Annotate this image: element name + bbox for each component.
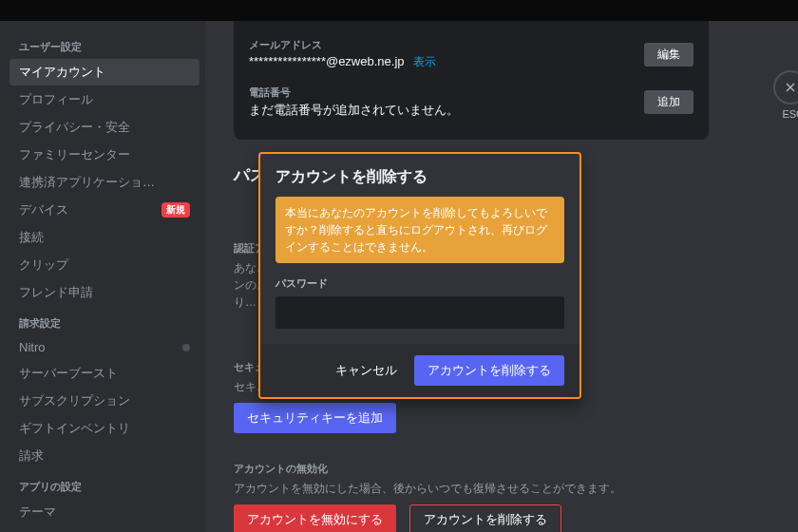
- email-label: メールアドレス: [249, 38, 436, 52]
- sidebar-item-clips[interactable]: クリップ: [10, 252, 200, 278]
- category-user-settings: ユーザー設定: [10, 30, 200, 58]
- account-removal-label: アカウントの無効化: [234, 462, 709, 476]
- sidebar-item-family-center[interactable]: ファミリーセンター: [10, 142, 200, 168]
- sidebar-item-gift-inventory[interactable]: ギフトインベントリ: [10, 415, 200, 442]
- modal-confirm-delete-button[interactable]: アカウントを削除する: [414, 355, 564, 386]
- new-badge: 新規: [162, 202, 190, 218]
- account-info-card: メールアドレス ****************@ezweb.ne.jp 表示 …: [234, 21, 709, 140]
- disable-account-button[interactable]: アカウントを無効にする: [234, 504, 396, 532]
- add-phone-button[interactable]: 追加: [644, 90, 694, 114]
- sidebar-item-authorized-apps[interactable]: 連携済アプリケーショ…: [10, 169, 200, 196]
- phone-label: 電話番号: [249, 86, 459, 100]
- close-settings-button[interactable]: [773, 70, 798, 104]
- sidebar-item-my-account[interactable]: マイアカウント: [10, 59, 200, 86]
- settings-sidebar: ユーザー設定 マイアカウント プロフィール プライバシー・安全 ファミリーセンタ…: [0, 21, 205, 532]
- modal-title: アカウントを削除する: [260, 154, 580, 197]
- window-titlebar: [0, 0, 798, 21]
- esc-label: ESC: [782, 108, 798, 120]
- modal-warning: 本当にあなたのアカウントを削除してもよろしいですか？削除すると直ちにログアウトさ…: [276, 197, 564, 263]
- modal-password-input[interactable]: [276, 296, 564, 329]
- sidebar-item-appearance[interactable]: テーマ: [10, 499, 200, 525]
- sidebar-item-server-boost[interactable]: サーバーブースト: [10, 360, 200, 387]
- sidebar-item-nitro[interactable]: Nitro: [10, 335, 200, 359]
- phone-value: まだ電話番号が追加されていません。: [249, 103, 459, 117]
- reveal-email-button[interactable]: 表示: [413, 55, 436, 68]
- category-app-settings: アプリの設定: [10, 470, 200, 498]
- delete-account-modal: アカウントを削除する 本当にあなたのアカウントを削除してもよろしいですか？削除す…: [258, 152, 581, 399]
- category-billing: 請求設定: [10, 307, 200, 334]
- nitro-indicator-icon: [182, 344, 190, 352]
- account-removal-desc: アカウントを無効にした場合、後からいつでも復帰させることができます。: [234, 480, 709, 497]
- modal-password-label: パスワード: [260, 263, 580, 296]
- close-icon: [783, 80, 798, 95]
- modal-cancel-button[interactable]: キャンセル: [335, 362, 397, 379]
- delete-account-button[interactable]: アカウントを削除する: [409, 504, 561, 532]
- email-value: ****************@ezweb.ne.jp: [249, 54, 405, 68]
- sidebar-item-connections[interactable]: 接続: [10, 224, 200, 251]
- sidebar-item-subscriptions[interactable]: サブスクリプション: [10, 388, 200, 414]
- edit-email-button[interactable]: 編集: [644, 43, 694, 66]
- sidebar-item-privacy[interactable]: プライバシー・安全: [10, 114, 200, 141]
- sidebar-item-accessibility[interactable]: ユーザー補助: [10, 526, 200, 532]
- add-security-key-button[interactable]: セキュリティキーを追加: [234, 403, 396, 433]
- sidebar-item-billing[interactable]: 請求: [10, 443, 200, 469]
- sidebar-item-friend-requests[interactable]: フレンド申請: [10, 279, 200, 306]
- sidebar-item-devices[interactable]: デバイス新規: [10, 197, 200, 223]
- sidebar-item-profile[interactable]: プロフィール: [10, 86, 200, 113]
